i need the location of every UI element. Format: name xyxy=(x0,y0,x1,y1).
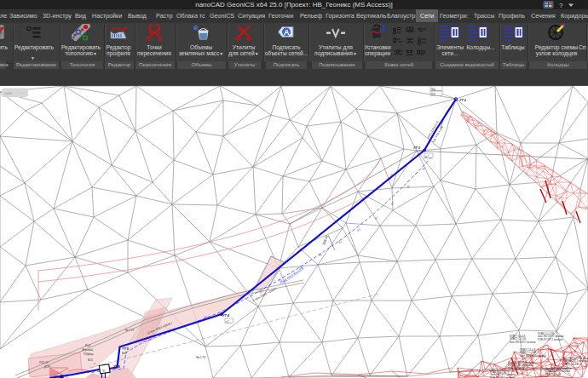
svg-text:(Юрьева): (Юрьева) xyxy=(82,348,93,352)
svg-text:ПОВ4 1 С+7.06: ПОВ4 1 С+7.06 xyxy=(510,337,527,341)
svg-text:Закл 392 СКП 7 вв.внеш: Закл 392 СКП 7 вв.внеш xyxy=(520,354,545,358)
svg-text:Закл 392 СКП 7 вв.внеш: Закл 392 СКП 7 вв.внеш xyxy=(562,357,588,360)
svg-text:УТ 4: УТ 4 xyxy=(222,314,229,318)
svg-text:ПК2+10: ПК2+10 xyxy=(39,361,49,364)
svg-text:ПОВ 29 СКП 1 вв.внеш: ПОВ 29 СКП 1 вв.внеш xyxy=(538,338,562,341)
svg-text:ПОВ 29 СКП 1 вв.внеш: ПОВ 29 СКП 1 вв.внеш xyxy=(545,369,570,373)
svg-text:УТ 3: УТ 3 xyxy=(413,146,421,150)
svg-text:ВСК: ВСК xyxy=(431,93,436,96)
svg-text:Закл 392 СКП 7 вв.внеш: Закл 392 СКП 7 вв.внеш xyxy=(490,373,516,376)
svg-text:Закл 392 СКП 7 вв.внеш: Закл 392 СКП 7 вв.внеш xyxy=(508,361,533,364)
svg-text:■■■: ■■■ xyxy=(4,90,12,95)
svg-text:ПОВ(Т) 14+0.8: ПОВ(Т) 14+0.8 xyxy=(510,335,526,338)
svg-text:УТ 2: УТ 2 xyxy=(459,99,467,102)
svg-text:УТ 6: УТ 6 xyxy=(113,365,121,369)
svg-text:ПОВ(Т) 14+0.8: ПОВ(Т) 14+0.8 xyxy=(562,363,579,366)
svg-text:Ям 1 П2: Ям 1 П2 xyxy=(196,356,206,359)
svg-text:ПОВ 29 СКП 1 вв.внеш: ПОВ 29 СКП 1 вв.внеш xyxy=(562,359,587,363)
svg-text:Закл 392 СКП 7 вв.внеш: Закл 392 СКП 7 вв.внеш xyxy=(510,341,535,344)
svg-text:ПОВ 29 СКП 1 вв.внеш: ПОВ 29 СКП 1 вв.внеш xyxy=(508,364,533,367)
svg-text:ПОВ(Т) 14+0.8: ПОВ(Т) 14+0.8 xyxy=(520,348,536,352)
svg-text:Юц2: Юц2 xyxy=(85,344,91,347)
svg-text:Вл2: Вл2 xyxy=(122,352,127,355)
svg-text:ПОВ4 1 С+7.06: ПОВ4 1 С+7.06 xyxy=(520,351,537,354)
svg-text:ДОР: ДОР xyxy=(43,365,49,369)
svg-text:ВО2: ВО2 xyxy=(88,358,93,362)
svg-text:A: A xyxy=(284,28,290,37)
svg-text:ПОВ4 1 С+7.06: ПОВ4 1 С+7.06 xyxy=(490,370,507,374)
svg-text:ПОдЬца: ПОдЬца xyxy=(84,352,94,356)
svg-text:ПОВ4 1 С+7.06: ПОВ4 1 С+7.06 xyxy=(538,332,555,335)
svg-text:д 7: д 7 xyxy=(425,155,429,158)
svg-text:?: ? xyxy=(559,2,563,9)
svg-text:ПОВ(Т) 14+0.8: ПОВ(Т) 14+0.8 xyxy=(545,373,562,376)
svg-text:Вк 1 УЗ: Вк 1 УЗ xyxy=(125,329,134,332)
svg-text:УТ 5: УТ 5 xyxy=(122,347,130,351)
svg-text:Закл 392 СКП 7 вв.внеш: Закл 392 СКП 7 вв.внеш xyxy=(538,335,563,338)
svg-text:Закл 392 СКП 7 вв.внеш: Закл 392 СКП 7 вв.внеш xyxy=(545,367,571,370)
svg-text:---: --- xyxy=(20,90,25,94)
svg-text:ПОВ(Т) 14+0.8: ПОВ(Т) 14+0.8 xyxy=(508,367,524,370)
svg-text:Пер: Пер xyxy=(431,88,435,91)
svg-text:п 2: п 2 xyxy=(226,320,229,324)
svg-text:❄: ❄ xyxy=(193,24,199,32)
